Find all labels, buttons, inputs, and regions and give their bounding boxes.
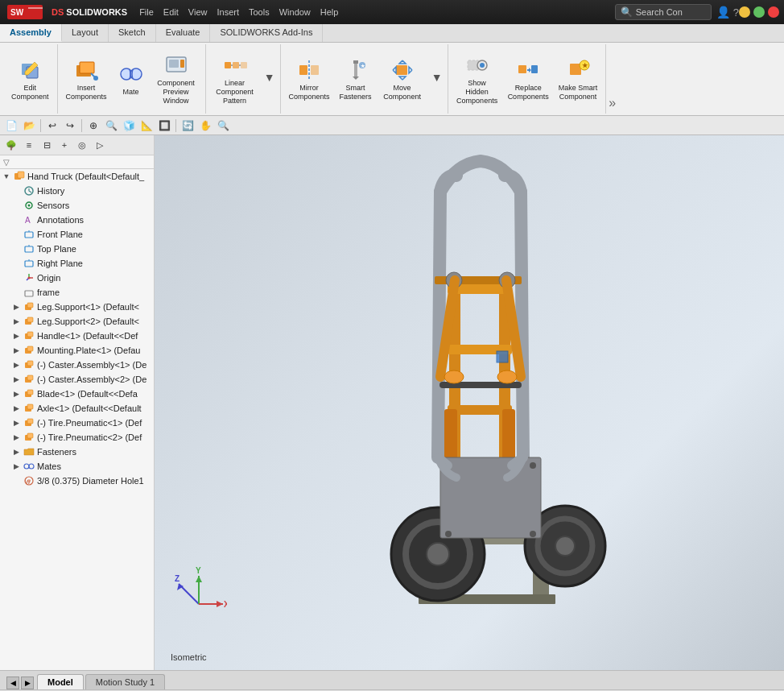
blade1-arrow[interactable]: ▶	[11, 389, 21, 399]
tree-item-leg-support1[interactable]: ▶ Leg.Support<1> (Default<	[0, 300, 154, 314]
svg-rect-13	[225, 62, 231, 68]
search-box[interactable]: 🔍 Search Con	[615, 4, 712, 20]
smart-fasteners-button[interactable]: ★ SmartFasteners	[336, 55, 375, 104]
mounting-plate1-arrow[interactable]: ▶	[11, 346, 21, 355]
tab-motion-study-1[interactable]: Motion Study 1	[85, 674, 165, 689]
tree-item-history[interactable]: History	[0, 184, 154, 198]
viewport[interactable]: Z Y X Isometric	[155, 135, 784, 670]
menu-edit[interactable]: Edit	[159, 6, 183, 19]
tab-evaluate[interactable]: Evaluate	[156, 24, 211, 42]
pattern-expand-button[interactable]: ▼	[262, 71, 275, 87]
tab-sketch[interactable]: Sketch	[109, 24, 156, 42]
user-icon[interactable]: 👤	[716, 6, 730, 19]
fasteners-arrow[interactable]: ▶	[11, 447, 21, 457]
tree-item-caster2[interactable]: ▶ (-) Caster.Assembly<2> (De	[0, 372, 154, 387]
menu-file[interactable]: File	[135, 6, 158, 19]
tree-item-hole-wizard[interactable]: W 3/8 (0.375) Diameter Hole1	[0, 474, 154, 488]
tree-item-leg-support2[interactable]: ▶ Leg.Support<2> (Default<	[0, 314, 154, 329]
tree-item-blade1[interactable]: ▶ Blade<1> (Default<<Defa	[0, 387, 154, 401]
tree-item-tire2[interactable]: ▶ (-) Tire.Pneumatic<2> (Def	[0, 430, 154, 445]
sidebar-expand-btn[interactable]: ▷	[92, 137, 108, 153]
tree-item-mounting-plate1[interactable]: ▶ Mounting.Plate<1> (Defau	[0, 343, 154, 358]
svg-point-72	[24, 464, 29, 469]
rotate-view-button[interactable]: 🔄	[179, 118, 196, 134]
tree-item-mates[interactable]: ▶ Mates	[0, 459, 154, 474]
leg-support2-arrow[interactable]: ▶	[11, 317, 21, 326]
maximize-button[interactable]	[753, 6, 765, 18]
tab-model[interactable]: Model	[37, 674, 84, 689]
tree-item-front-plane[interactable]: Front Plane	[0, 227, 154, 242]
tree-item-fasteners[interactable]: ▶ Fasteners	[0, 445, 154, 459]
toolbar2-sep2	[81, 119, 82, 132]
redo-button[interactable]: ↪	[62, 118, 78, 134]
close-button[interactable]	[768, 6, 779, 18]
show-hidden-components-button[interactable]: Show HiddenComponents	[453, 50, 501, 107]
tree-item-sensors[interactable]: Sensors	[0, 198, 154, 213]
leg-support1-arrow[interactable]: ▶	[11, 302, 21, 312]
mates-arrow[interactable]: ▶	[11, 461, 21, 471]
component-preview-button[interactable]: ComponentPreview Window	[152, 50, 200, 107]
new-button[interactable]: 📄	[3, 118, 19, 134]
tree-item-root[interactable]: ▼ Hand Truck (Default<Default_	[0, 169, 154, 184]
menu-insert[interactable]: Insert	[213, 6, 243, 19]
replace-components-button[interactable]: ReplaceComponents	[505, 55, 552, 104]
sidebar-config-btn[interactable]: ⊟	[39, 137, 55, 153]
caster1-arrow[interactable]: ▶	[11, 360, 21, 370]
menu-window[interactable]: Window	[275, 6, 315, 19]
tree-item-origin[interactable]: Origin	[0, 271, 154, 285]
menu-help[interactable]: Help	[316, 6, 343, 19]
tab-solidworks-addins[interactable]: SOLIDWORKS Add-Ins	[210, 24, 323, 42]
tree-item-handle1[interactable]: ▶ Handle<1> (Default<<Def	[0, 329, 154, 343]
svg-rect-67	[27, 404, 33, 409]
mirror-components-button[interactable]: MirrorComponents	[286, 55, 333, 104]
help-btn[interactable]: ?	[733, 6, 739, 19]
tab-layout[interactable]: Layout	[62, 24, 109, 42]
tree-item-frame[interactable]: frame	[0, 285, 154, 300]
insert-components-button[interactable]: InsertComponents	[63, 55, 110, 104]
sidebar-mate-btn[interactable]: ◎	[74, 137, 90, 153]
sidebar-display-btn[interactable]: +	[56, 137, 72, 153]
sidebar-feature-tree-btn[interactable]: 🌳	[3, 137, 19, 153]
make-smart-component-button[interactable]: ★ Make SmartComponent	[555, 55, 601, 104]
mate-button[interactable]: Mate	[113, 59, 149, 99]
tree-item-axle1[interactable]: ▶ Axle<1> (Default<<Default	[0, 401, 154, 416]
display-style-button[interactable]: 🔲	[156, 118, 172, 134]
feature-tree[interactable]: ▼ Hand Truck (Default<Default_ History	[0, 169, 154, 670]
zoom-fit-button[interactable]: ⊕	[85, 118, 101, 134]
root-expand-arrow[interactable]: ▼	[2, 172, 11, 181]
pan-button[interactable]: ✋	[197, 118, 213, 134]
axle1-arrow[interactable]: ▶	[11, 403, 21, 413]
tree-item-annotations[interactable]: A Annotations	[0, 213, 154, 227]
mounting-plate1-label: Mounting.Plate<1> (Defau	[37, 346, 152, 355]
sidebar-props-btn[interactable]: ≡	[21, 137, 37, 153]
handle1-arrow[interactable]: ▶	[11, 331, 21, 341]
menu-view[interactable]: View	[184, 6, 212, 19]
linear-component-pattern-button[interactable]: Linear ComponentPattern	[211, 50, 259, 107]
frame-arrow	[11, 288, 21, 297]
ribbon-expand-button[interactable]: »	[606, 44, 619, 114]
menu-tools[interactable]: Tools	[245, 6, 274, 19]
move-component-button[interactable]: Move Component	[378, 55, 427, 104]
section-view-button[interactable]: 📐	[138, 118, 155, 134]
zoom-in-out-button[interactable]: 🔍	[215, 118, 231, 134]
move-expand-button[interactable]: ▼	[430, 71, 443, 87]
scroll-right-btn[interactable]: ▶	[21, 677, 34, 689]
open-button[interactable]: 📂	[21, 118, 37, 134]
tree-item-tire1[interactable]: ▶ (-) Tire.Pneumatic<1> (Def	[0, 416, 154, 430]
mate-label: Mate	[123, 88, 139, 97]
tab-assembly[interactable]: Assembly	[0, 24, 62, 42]
tree-item-right-plane[interactable]: Right Plane	[0, 256, 154, 271]
caster2-arrow[interactable]: ▶	[11, 374, 21, 384]
tire1-arrow[interactable]: ▶	[11, 418, 21, 428]
caster1-icon	[23, 358, 35, 371]
zoom-area-button[interactable]: 🔍	[103, 118, 119, 134]
tire2-arrow[interactable]: ▶	[11, 432, 21, 442]
svg-rect-110	[497, 351, 508, 362]
tree-item-caster1[interactable]: ▶ (-) Caster.Assembly<1> (De	[0, 358, 154, 372]
view-orient-button[interactable]: 🧊	[121, 118, 137, 134]
tree-item-top-plane[interactable]: Top Plane	[0, 242, 154, 256]
minimize-button[interactable]	[739, 6, 750, 18]
scroll-left-btn[interactable]: ◀	[6, 677, 19, 689]
edit-component-button[interactable]: EditComponent	[8, 55, 52, 104]
undo-button[interactable]: ↩	[44, 118, 60, 134]
